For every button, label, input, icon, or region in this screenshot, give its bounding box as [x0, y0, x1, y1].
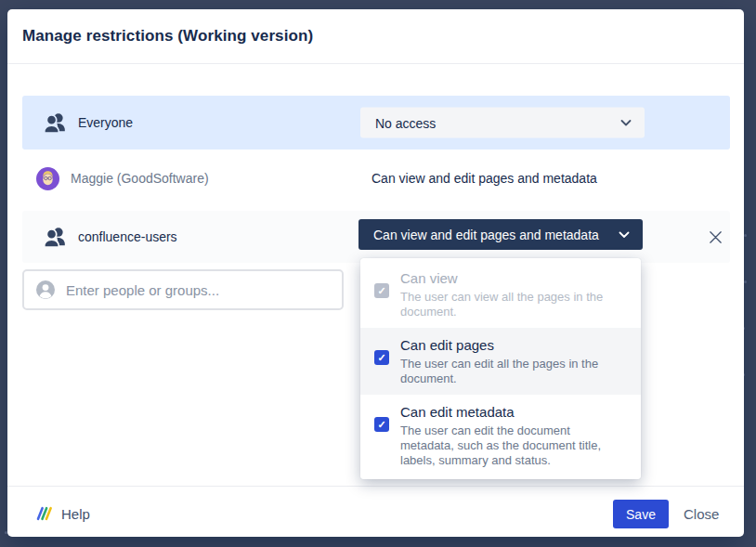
chevron-down-icon	[619, 231, 630, 239]
manage-restrictions-dialog: Manage restrictions (Working version) Ev…	[7, 9, 744, 537]
restriction-row-confluence-users: confluence-users Can view and edit pages…	[22, 211, 730, 263]
close-button[interactable]: Close	[684, 500, 719, 528]
help-link[interactable]: Help	[35, 499, 90, 528]
remove-restriction-button[interactable]	[706, 228, 724, 246]
access-options-menu: ✓ Can view The user can view all the pag…	[360, 258, 641, 479]
menu-item-description: The user can edit all the pages in the d…	[400, 357, 626, 386]
everyone-label: Everyone	[78, 115, 133, 130]
menu-item-can-view: ✓ Can view The user can view all the pag…	[360, 261, 641, 328]
people-group-icon	[43, 111, 67, 135]
backdrop-dot	[744, 280, 747, 283]
menu-item-description: The user can view all the pages in the d…	[400, 290, 626, 319]
confluence-users-label: confluence-users	[78, 229, 177, 244]
chevron-down-icon	[620, 119, 632, 126]
header-divider	[7, 63, 744, 64]
confluence-users-access-value: Can view and edit pages and metadata	[373, 228, 599, 242]
checkbox-checked-icon[interactable]: ✓	[374, 350, 389, 365]
maggie-access-text: Can view and edit pages and metadata	[371, 171, 597, 186]
menu-item-can-edit-metadata[interactable]: ✓ Can edit metadata The user can edit th…	[360, 395, 641, 476]
restriction-row-maggie: Maggie (GoodSoftware) Can view and edit …	[22, 153, 730, 203]
avatar	[36, 167, 59, 190]
menu-item-title: Can view	[400, 269, 626, 288]
checkbox-checked-disabled-icon: ✓	[374, 283, 389, 298]
people-picker-input[interactable]	[66, 282, 331, 298]
dialog-title: Manage restrictions (Working version)	[22, 9, 313, 63]
menu-item-title: Can edit metadata	[400, 403, 626, 422]
person-icon	[35, 280, 56, 300]
help-label: Help	[61, 506, 90, 522]
screen: o re Manage restrictions (Working versio…	[0, 0, 756, 547]
menu-item-description: The user can edit the document metadata,…	[400, 423, 626, 468]
save-button[interactable]: Save	[613, 500, 669, 528]
everyone-access-dropdown[interactable]: No access	[360, 108, 645, 138]
maggie-label: Maggie (GoodSoftware)	[71, 171, 209, 186]
menu-item-can-edit-pages[interactable]: ✓ Can edit pages The user can edit all t…	[360, 328, 641, 395]
menu-item-title: Can edit pages	[400, 336, 626, 355]
people-group-icon	[43, 225, 67, 249]
backdrop-dot	[744, 234, 747, 237]
footer-divider	[7, 486, 744, 487]
restriction-row-everyone: Everyone No access	[22, 96, 730, 150]
confluence-users-access-dropdown[interactable]: Can view and edit pages and metadata	[358, 219, 643, 250]
scroll-documents-icon	[35, 505, 52, 522]
people-picker-field[interactable]	[22, 269, 344, 310]
everyone-access-value: No access	[375, 115, 436, 130]
checkbox-checked-icon[interactable]: ✓	[374, 417, 389, 432]
